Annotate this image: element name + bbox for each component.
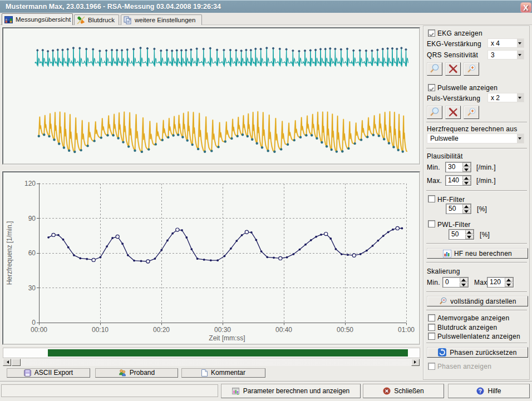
svg-text:01:00: 01:00 <box>398 326 415 334</box>
svg-text:00:30: 00:30 <box>214 326 231 334</box>
svg-text:90: 90 <box>28 215 36 222</box>
svg-text:0: 0 <box>32 319 36 326</box>
svg-text:?: ? <box>479 388 482 394</box>
svg-text:00:50: 00:50 <box>337 326 353 334</box>
svg-text:00:00: 00:00 <box>31 326 47 334</box>
svg-text:00:40: 00:40 <box>275 326 292 334</box>
svg-text:00:20: 00:20 <box>153 326 170 334</box>
svg-text:Herzfrequenz [1/min.]: Herzfrequenz [1/min.] <box>6 221 13 285</box>
svg-text:00:10: 00:10 <box>92 326 109 334</box>
svg-text:60: 60 <box>28 249 36 257</box>
svg-text:30: 30 <box>28 284 36 292</box>
svg-text:120: 120 <box>24 180 36 187</box>
svg-text:Zeit [mm:ss]: Zeit [mm:ss] <box>209 334 245 342</box>
